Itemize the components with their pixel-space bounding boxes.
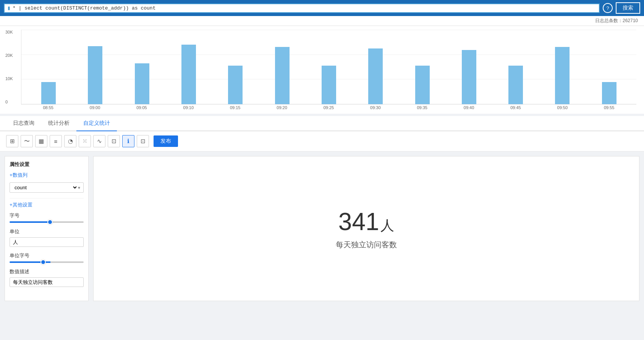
unit-label: 单位 [10, 228, 84, 235]
settings-panel: 属性设置 +数值列 count ▾ +其他设置 字号 单位 单位字号 数值描述 [5, 156, 89, 301]
bar-09:20 [275, 47, 290, 104]
y-label-0: 0 [5, 100, 13, 104]
x-axis-labels: 08:5509:0009:0509:1009:1509:2009:2509:30… [21, 105, 636, 110]
help-button[interactable]: ? [603, 3, 613, 13]
tool-line-button[interactable]: 〜 [21, 135, 33, 147]
x-label-09:25: 09:25 [321, 105, 336, 110]
x-label-09:10: 09:10 [181, 105, 196, 110]
y-label-20k: 20K [5, 53, 13, 58]
bars-row [21, 30, 636, 104]
stats-value: 262710 [623, 18, 638, 23]
bar-col [508, 30, 523, 104]
settings-title: 属性设置 [10, 161, 84, 168]
main-content: 属性设置 +数值列 count ▾ +其他设置 字号 单位 单位字号 数值描述 … [0, 151, 644, 306]
bar-col [41, 30, 56, 104]
search-button[interactable]: 搜索 [616, 2, 640, 14]
tab-stat-analysis[interactable]: 统计分析 [41, 116, 76, 131]
unit-input[interactable] [10, 237, 84, 247]
x-label-08:55: 08:55 [41, 105, 55, 110]
y-label-30k: 30K [5, 30, 13, 34]
bar-09:00 [88, 46, 102, 104]
x-label-09:55: 09:55 [602, 105, 616, 110]
x-label-09:15: 09:15 [228, 105, 243, 110]
preview-description: 每天独立访问客数 [336, 240, 397, 250]
tool-pie-button[interactable]: ◔ [64, 135, 76, 147]
tabs-container: 日志查询统计分析自定义统计 [6, 116, 638, 131]
desc-label: 数值描述 [10, 268, 84, 275]
tool-area-button[interactable]: ∿ [93, 135, 105, 147]
bar-col [88, 30, 102, 104]
x-label-09:05: 09:05 [134, 105, 149, 110]
bar-col [228, 30, 243, 104]
bar-09:55 [602, 82, 616, 105]
cursor-icon: ▮ [8, 5, 10, 11]
x-label-09:45: 09:45 [508, 105, 523, 110]
desc-input[interactable] [10, 277, 84, 287]
bar-09:30 [368, 48, 383, 104]
publish-button[interactable]: 发布 [154, 135, 178, 147]
bar-col [135, 30, 149, 104]
y-axis-labels: 30K 20K 10K 0 [5, 30, 13, 104]
bar-col [602, 30, 616, 104]
search-input[interactable] [13, 5, 596, 11]
x-label-09:40: 09:40 [462, 105, 476, 110]
x-label-09:20: 09:20 [275, 105, 289, 110]
tool-table-button[interactable]: ⊞ [6, 135, 18, 147]
preview-number-unit: 341 人 [336, 208, 397, 236]
x-label-09:00: 09:00 [88, 105, 102, 110]
bar-09:50 [555, 47, 570, 104]
font-size-label: 字号 [10, 212, 84, 219]
num-column-link[interactable]: +数值列 [10, 172, 84, 179]
font-size-slider[interactable] [10, 221, 84, 223]
column-select-wrap: count ▾ [10, 182, 84, 193]
tool-hbar-button[interactable]: ≡ [50, 135, 62, 147]
tab-custom-stat[interactable]: 自定义统计 [76, 116, 117, 131]
toolbar: ⊞〜▦≡◔⁙∿⊡ℹ⊡发布 [0, 131, 644, 151]
bar-col [275, 30, 290, 104]
bar-09:10 [181, 45, 196, 104]
tool-image-button[interactable]: ⊡ [137, 135, 149, 147]
font-size-slider-wrap [10, 221, 84, 223]
preview-number: 341 [338, 208, 379, 235]
column-select[interactable]: count [13, 184, 78, 191]
preview-unit: 人 [380, 218, 394, 233]
tabs-area: 日志查询统计分析自定义统计 [0, 116, 644, 131]
tool-number-button[interactable]: ℹ [122, 135, 134, 147]
bar-09:35 [415, 66, 430, 104]
unit-font-size-slider-wrap [10, 261, 84, 263]
search-bar: ▮ ? 搜索 [0, 0, 644, 16]
other-settings-link[interactable]: +其他设置 [10, 201, 84, 208]
preview-content: 341 人 每天独立访问客数 [336, 208, 397, 250]
bar-09:40 [462, 50, 476, 104]
divider-1 [10, 198, 84, 198]
bar-col [368, 30, 383, 104]
stats-label: 日志总条数： [595, 18, 623, 23]
bar-09:25 [322, 66, 336, 104]
tool-heatmap-button[interactable]: ⊡ [108, 135, 120, 147]
stats-bar: 日志总条数：262710 [0, 16, 644, 26]
bar-09:15 [228, 66, 243, 104]
bar-09:05 [135, 63, 149, 104]
unit-font-size-label: 单位字号 [10, 252, 84, 259]
search-input-wrap: ▮ [4, 3, 600, 13]
tab-log-query[interactable]: 日志查询 [6, 116, 41, 131]
preview-panel: 341 人 每天独立访问客数 [93, 156, 639, 301]
bar-col [555, 30, 570, 104]
chart-inner: 30K 20K 10K 0 08:5509:0009:0509:1009:150… [21, 30, 636, 110]
chart-area: 30K 20K 10K 0 08:5509:0009:0509:1009:150… [0, 26, 644, 114]
bar-col [462, 30, 476, 104]
unit-font-size-slider[interactable] [10, 261, 84, 263]
bar-08:55 [41, 82, 56, 105]
bar-col [181, 30, 196, 104]
select-arrow-icon: ▾ [78, 185, 80, 190]
tool-scatter-button[interactable]: ⁙ [79, 135, 91, 147]
x-label-09:35: 09:35 [415, 105, 429, 110]
x-label-09:30: 09:30 [368, 105, 383, 110]
bar-09:45 [508, 66, 523, 104]
tool-bar-button[interactable]: ▦ [35, 135, 47, 147]
chart-bars-wrap: 30K 20K 10K 0 [21, 30, 636, 105]
x-label-09:50: 09:50 [555, 105, 570, 110]
bar-col [322, 30, 336, 104]
y-label-10k: 10K [5, 76, 13, 81]
bar-col [415, 30, 430, 104]
